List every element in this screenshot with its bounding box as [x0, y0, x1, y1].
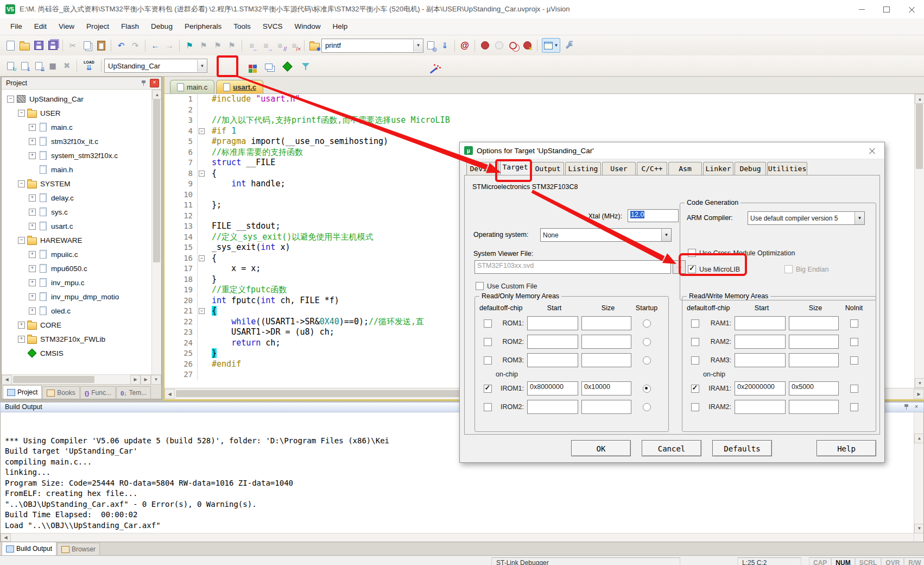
rom2-startup-radio[interactable] [643, 338, 651, 346]
irom1-size-input[interactable]: 0x10000 [581, 381, 631, 395]
scroll-right-icon[interactable]: ▶ [914, 389, 924, 399]
translate-file-button[interactable]: ↻ [3, 59, 17, 73]
help-button[interactable]: Help [817, 440, 876, 456]
select-software-packs-button[interactable] [299, 59, 313, 73]
scroll-left-icon[interactable]: ◀ [2, 375, 12, 385]
copy-button[interactable] [80, 39, 94, 53]
scroll-right-icon[interactable]: ▶ [130, 375, 141, 385]
rom1-default-checkbox[interactable] [484, 319, 492, 328]
dialog-tab-user[interactable]: User [602, 162, 636, 175]
scroll-left-icon[interactable]: ◀ [164, 389, 175, 399]
defaults-button[interactable]: Defaults [712, 440, 772, 456]
iram1-start-input[interactable]: 0x20000000 [735, 381, 786, 395]
find-in-files-dialog-button[interactable]: @ [458, 39, 472, 53]
collapse-icon[interactable]: − [7, 96, 14, 103]
rom3-size-input[interactable] [581, 353, 631, 367]
collapse-icon[interactable]: − [18, 237, 25, 244]
ram1-default-checkbox[interactable] [691, 319, 699, 328]
unindent-button[interactable]: ≡← [245, 39, 259, 53]
panel-tab-browser[interactable]: Browser [57, 543, 100, 555]
expand-icon[interactable]: + [29, 307, 36, 315]
chevron-down-icon[interactable]: ▼ [197, 60, 207, 72]
irom2-startup-radio[interactable] [643, 403, 651, 411]
irom1-default-checkbox[interactable] [484, 385, 492, 393]
target-select-combobox[interactable]: UpStanding_Car ▼ [104, 59, 207, 73]
menu-item-flash[interactable]: Flash [115, 18, 145, 35]
scroll-up-icon[interactable]: ▲ [914, 434, 924, 443]
expand-icon[interactable]: + [29, 265, 36, 272]
menu-item-tools[interactable]: Tools [227, 18, 257, 35]
insert-breakpoint-button[interactable] [478, 39, 492, 53]
big-endian-checkbox[interactable] [784, 265, 793, 273]
dialog-tab-device[interactable]: Device [466, 162, 499, 175]
menu-item-file[interactable]: File [4, 18, 28, 35]
expand-icon[interactable]: + [18, 336, 25, 343]
tree-item-mpuiic-c[interactable]: +mpuiic.c [2, 247, 161, 261]
redo-button[interactable]: ↷ [128, 39, 142, 53]
project-h-scrollbar[interactable]: ◀ ▶ ▶ ▼ [2, 374, 161, 384]
scroll-menu-icon[interactable]: ▼ [151, 375, 161, 385]
collapse-icon[interactable]: − [18, 180, 25, 187]
tree-item-inv-mpu-dmp-motio[interactable]: +inv_mpu_dmp_motio [2, 290, 161, 304]
collapse-icon[interactable]: − [18, 110, 25, 117]
dialog-tab-debug[interactable]: Debug [735, 162, 766, 175]
scroll-up-icon[interactable]: ▲ [152, 90, 161, 99]
save-button[interactable] [31, 39, 46, 53]
expand-icon[interactable]: + [18, 322, 25, 329]
irom1-start-input[interactable]: 0x8000000 [527, 381, 578, 395]
editor-v-scrollbar[interactable]: ▲ ▼ [914, 94, 924, 388]
find-combobox[interactable]: printf ▼ [321, 39, 423, 53]
ram2-size-input[interactable] [789, 335, 839, 349]
tree-item-sys-c[interactable]: +sys.c [2, 205, 161, 219]
dialog-tab-utilities[interactable]: Utilities [767, 162, 807, 175]
kill-all-breakpoints-button[interactable] [520, 39, 534, 53]
rom1-size-input[interactable] [581, 316, 631, 330]
tree-item-hareware[interactable]: −HAREWARE [2, 233, 161, 247]
new-file-button[interactable] [3, 39, 17, 53]
rom3-start-input[interactable] [527, 353, 578, 367]
rom3-startup-radio[interactable] [643, 356, 651, 365]
tree-item-stm32f10x-fwlib[interactable]: +STM32F10x_FWLib [2, 332, 161, 346]
ram3-default-checkbox[interactable] [691, 356, 699, 365]
navigate-back-button[interactable]: ← [148, 39, 162, 53]
project-panel-close-button[interactable]: × [150, 79, 159, 87]
cancel-button[interactable]: Cancel [642, 440, 701, 456]
code-line[interactable]: 2 [164, 105, 924, 116]
chevron-down-icon[interactable]: ▼ [855, 212, 864, 224]
insert-bookmark-button[interactable]: ⚑ [182, 39, 197, 53]
expand-icon[interactable]: + [29, 152, 36, 159]
scrollbar-thumb[interactable] [13, 376, 94, 383]
rom2-size-input[interactable] [581, 335, 631, 349]
iram1-default-checkbox[interactable] [691, 385, 699, 393]
scroll-down-icon[interactable]: ▼ [915, 378, 924, 388]
chevron-down-icon[interactable]: ▼ [661, 229, 671, 241]
scrollbar-thumb[interactable] [916, 104, 923, 169]
tree-item-cmsis[interactable]: CMSIS [2, 346, 161, 360]
tree-item-mpu6050-c[interactable]: +mpu6050.c [2, 261, 161, 275]
ram3-size-input[interactable] [789, 353, 839, 367]
menu-item-project[interactable]: Project [80, 18, 115, 35]
rom1-start-input[interactable] [527, 316, 578, 330]
iram2-default-checkbox[interactable] [691, 403, 699, 411]
fold-collapse-icon[interactable] [197, 253, 207, 264]
fold-collapse-icon[interactable] [197, 306, 207, 317]
tree-item-upstanding-car[interactable]: −UpStanding_Car [2, 92, 161, 106]
incremental-find-button[interactable]: ⇓ [438, 39, 452, 53]
panel-tab-func[interactable]: {}Func... [80, 386, 116, 399]
fold-collapse-icon[interactable] [197, 126, 207, 137]
tree-item-user[interactable]: −USER [2, 106, 161, 120]
panel-tab-tem[interactable]: 0↓Tem... [116, 386, 151, 399]
batch-build-button[interactable]: ▦ [46, 59, 60, 73]
disable-all-breakpoints-button[interactable] [506, 39, 520, 53]
ram1-size-input[interactable] [789, 316, 839, 330]
dialog-tab-c-c[interactable]: C/C++ [637, 162, 667, 175]
scroll-left-icon[interactable]: ◀ [1, 533, 11, 542]
save-all-button[interactable] [46, 39, 60, 53]
iram2-start-input[interactable] [735, 400, 786, 414]
rom2-default-checkbox[interactable] [484, 338, 492, 346]
expand-icon[interactable]: + [29, 223, 36, 230]
ram2-default-checkbox[interactable] [691, 338, 699, 346]
use-microlib-checkbox[interactable] [688, 265, 696, 273]
expand-icon[interactable]: + [29, 194, 36, 202]
build-output-h-scrollbar[interactable]: ◀ [1, 533, 914, 542]
